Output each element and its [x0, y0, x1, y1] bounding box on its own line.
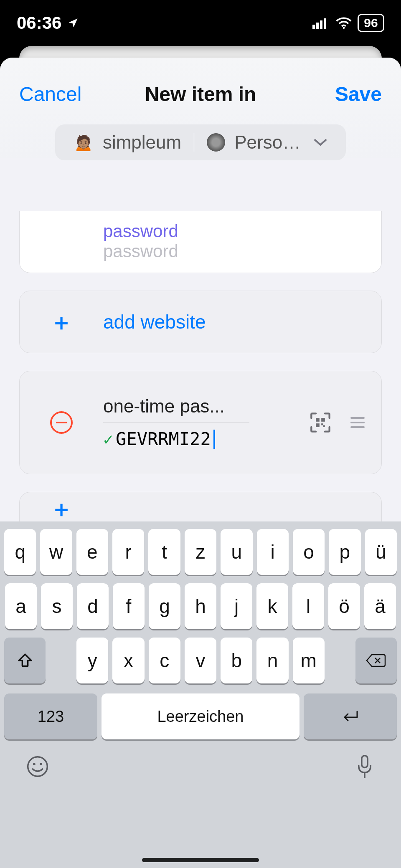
key-l[interactable]: l: [292, 583, 324, 629]
svg-rect-0: [312, 25, 315, 29]
chevron-down-icon: [313, 138, 327, 147]
key-h[interactable]: h: [185, 583, 216, 629]
svg-rect-8: [321, 423, 323, 425]
keyboard-footer: [3, 742, 398, 791]
keyboard-row-2: a s d f g h j k l ö ä: [4, 583, 397, 629]
svg-point-12: [40, 763, 42, 765]
key-i[interactable]: i: [257, 529, 289, 575]
key-d[interactable]: d: [77, 583, 109, 629]
clock: 06:36: [17, 13, 61, 33]
password-label: password: [103, 221, 365, 241]
svg-point-10: [28, 757, 48, 777]
separator: [194, 133, 194, 152]
keyboard-row-3: y x c v b n m: [4, 638, 397, 683]
svg-rect-3: [324, 18, 326, 29]
key-e[interactable]: e: [76, 529, 108, 575]
status-right: 96: [312, 14, 384, 32]
text-caret: [213, 430, 215, 449]
otp-value-text: GEVRRMI22: [116, 429, 211, 449]
vault-name: Perso…: [234, 132, 301, 153]
location-icon: [67, 17, 79, 29]
key-m[interactable]: m: [293, 638, 325, 683]
key-delete[interactable]: [355, 638, 397, 683]
key-k[interactable]: k: [256, 583, 288, 629]
key-p[interactable]: p: [329, 529, 360, 575]
key-a[interactable]: a: [5, 583, 37, 629]
svg-rect-1: [316, 23, 319, 29]
password-field-row[interactable]: password password: [19, 211, 382, 273]
handle-line: [350, 417, 365, 419]
add-website-label: add website: [103, 311, 206, 333]
reorder-handle[interactable]: [350, 417, 365, 428]
key-u[interactable]: u: [221, 529, 252, 575]
key-n[interactable]: n: [256, 638, 288, 683]
modal-sheet: Cancel New item in Save 🙍🏽 simpleum Pers…: [0, 58, 401, 868]
key-j[interactable]: j: [221, 583, 252, 629]
add-icon-wrap: ＋: [20, 497, 103, 520]
vault-selector[interactable]: 🙍🏽 simpleum Perso…: [55, 124, 346, 160]
password-input[interactable]: password: [103, 241, 365, 261]
nav-bar: Cancel New item in Save 🙍🏽 simpleum Pers…: [0, 58, 401, 158]
otp-label: one-time pas...: [103, 396, 249, 417]
wifi-icon: [336, 17, 352, 29]
vault-user: simpleum: [103, 132, 181, 153]
svg-rect-2: [320, 20, 322, 29]
key-q[interactable]: q: [4, 529, 36, 575]
background-card-peek: [19, 46, 382, 58]
svg-point-11: [33, 763, 36, 765]
key-y[interactable]: y: [76, 638, 108, 683]
svg-rect-13: [362, 756, 368, 768]
handle-line: [350, 426, 365, 428]
key-x[interactable]: x: [112, 638, 144, 683]
status-bar: 06:36 96: [0, 0, 401, 46]
check-icon: ✓: [103, 430, 113, 449]
handle-line: [350, 422, 365, 423]
key-b[interactable]: b: [221, 638, 252, 683]
plus-icon: ＋: [50, 497, 73, 520]
otp-input[interactable]: ✓ GEVRRMI22: [103, 429, 289, 449]
cellular-icon: [312, 17, 330, 29]
battery-icon: 96: [358, 14, 384, 32]
key-s[interactable]: s: [41, 583, 73, 629]
add-website-row[interactable]: ＋ add website: [19, 291, 382, 353]
svg-rect-7: [316, 423, 320, 427]
keyboard-row-4: 123 Leerzeichen: [4, 693, 397, 739]
minus-icon: [56, 422, 67, 423]
key-g[interactable]: g: [149, 583, 180, 629]
svg-rect-5: [316, 418, 320, 422]
add-icon-wrap: ＋: [20, 311, 103, 333]
svg-rect-6: [321, 418, 325, 422]
home-indicator[interactable]: [142, 858, 259, 862]
key-t[interactable]: t: [148, 529, 180, 575]
key-v[interactable]: v: [185, 638, 216, 683]
key-space[interactable]: Leerzeichen: [102, 693, 299, 739]
vault-icon: [207, 133, 225, 152]
key-w[interactable]: w: [40, 529, 72, 575]
keyboard-row-1: q w e r t z u i o p ü: [4, 529, 397, 575]
remove-button[interactable]: [50, 411, 73, 434]
key-return[interactable]: [304, 693, 397, 739]
key-o[interactable]: o: [293, 529, 325, 575]
field-divider: [103, 423, 249, 423]
key-numbers[interactable]: 123: [4, 693, 97, 739]
svg-point-4: [343, 27, 345, 29]
save-button[interactable]: Save: [335, 83, 382, 106]
plus-icon: ＋: [50, 311, 73, 333]
key-shift[interactable]: [4, 638, 46, 683]
svg-rect-9: [323, 425, 325, 427]
scan-qr-button[interactable]: [310, 412, 331, 433]
otp-field-row[interactable]: one-time pas... ✓ GEVRRMI22: [19, 371, 382, 474]
key-oe[interactable]: ö: [328, 583, 360, 629]
key-f[interactable]: f: [113, 583, 145, 629]
key-c[interactable]: c: [149, 638, 180, 683]
key-r[interactable]: r: [112, 529, 144, 575]
user-avatar-icon: 🙍🏽: [74, 132, 94, 152]
keyboard: q w e r t z u i o p ü a s d f g h j k: [0, 521, 401, 868]
key-ue[interactable]: ü: [365, 529, 397, 575]
emoji-button[interactable]: [26, 755, 49, 778]
add-more-row[interactable]: ＋: [19, 492, 382, 524]
key-z[interactable]: z: [185, 529, 216, 575]
key-ae[interactable]: ä: [364, 583, 396, 629]
dictation-button[interactable]: [354, 754, 375, 779]
status-left: 06:36: [17, 13, 79, 33]
